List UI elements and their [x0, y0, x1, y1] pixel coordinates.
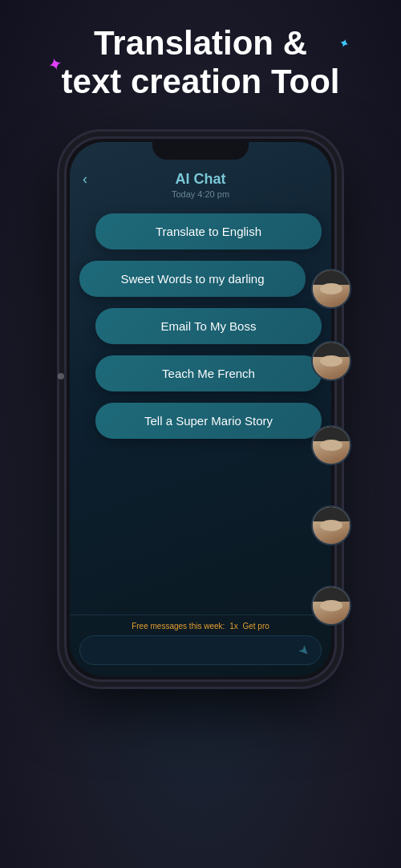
phone-screen: ‹ AI Chat Today 4:20 pm Translate to Eng… [70, 142, 331, 676]
avatar-4 [311, 505, 351, 546]
message-row-5: Tell a Super Mario Story [79, 403, 322, 439]
message-input-row: ➤ [79, 635, 322, 665]
chat-input-bar: Free messages this week: 1x Get pro ➤ [70, 614, 331, 676]
send-icon[interactable]: ➤ [295, 641, 314, 659]
phone-notch [152, 139, 249, 160]
avatar-5 [311, 586, 351, 626]
message-count: 1x [229, 622, 238, 631]
message-bubble-5[interactable]: Tell a Super Mario Story [95, 403, 322, 439]
message-row-1: Translate to English [79, 213, 322, 249]
message-bubble-2[interactable]: Sweet Words to my darling [79, 261, 306, 297]
chat-subtitle: Today 4:20 pm [83, 189, 318, 199]
message-row-4: Teach Me French [79, 355, 322, 391]
avatar-3 [311, 425, 351, 465]
avatar-1 [311, 269, 351, 309]
side-button [58, 373, 64, 379]
chat-title: AI Chat [83, 171, 318, 188]
message-row-2: Sweet Words to my darling [79, 261, 322, 297]
get-pro-link[interactable]: Get pro [242, 622, 269, 631]
avatar-2 [311, 341, 351, 381]
page-title: Translation &text creation Tool [0, 24, 401, 102]
message-bubble-3[interactable]: Email To My Boss [95, 308, 322, 344]
phone-frame: ‹ AI Chat Today 4:20 pm Translate to Eng… [64, 136, 337, 682]
input-info: Free messages this week: 1x Get pro [79, 622, 322, 631]
back-button[interactable]: ‹ [83, 171, 87, 188]
chat-messages: Translate to English Sweet Words to my d… [70, 205, 331, 614]
message-row-3: Email To My Boss [79, 308, 322, 344]
message-bubble-4[interactable]: Teach Me French [95, 355, 322, 391]
message-bubble-1[interactable]: Translate to English [95, 213, 322, 249]
